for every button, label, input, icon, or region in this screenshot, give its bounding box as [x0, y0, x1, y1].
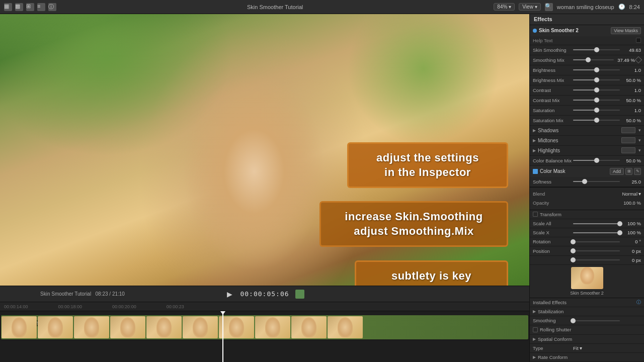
clip-title: Skin Smoother Tutorial: [40, 291, 91, 297]
video-track[interactable]: Skin Smoother Tutorial: [0, 315, 529, 340]
effects-header: Effects: [530, 14, 644, 25]
skin-smoothing-slider[interactable]: [573, 46, 620, 53]
smoothing-mix-slider[interactable]: [573, 56, 614, 63]
stabilization-row[interactable]: ▶ Stabilization: [530, 307, 644, 316]
softness-row: Softness 25.0: [530, 177, 644, 187]
grid-small-icon[interactable]: ▦: [4, 3, 12, 11]
saturation-mix-slider[interactable]: [573, 117, 620, 124]
overlay-box-1: adjust the settingsin the Inspector: [347, 142, 508, 188]
ruler-mark-2: 00:00:18:00: [58, 304, 83, 309]
skin-smoother-title: Skin Smoother 2: [539, 28, 609, 33]
softness-value: 25.0: [620, 179, 641, 185]
type-row: Type Fit ▾: [530, 344, 644, 353]
blend-mode-dropdown[interactable]: Normal ▾: [622, 191, 641, 197]
clip-position: 08:23 / 21:10: [96, 291, 125, 297]
scale-all-slider[interactable]: [573, 220, 620, 227]
brightness-mix-label: Brightness Mix: [533, 77, 573, 83]
saturation-mix-label: Saturation Mix: [533, 118, 573, 123]
highlights-expand[interactable]: ▶ Highlights ▾: [530, 146, 644, 156]
transform-checkbox[interactable]: [533, 212, 538, 217]
contrast-slider[interactable]: [573, 86, 620, 94]
timeline-area[interactable]: 00:00:14:00 00:00:18:00 00:00:20:00 00:0…: [0, 302, 529, 362]
search-icon[interactable]: 🔍: [545, 3, 553, 11]
saturation-slider[interactable]: [573, 107, 620, 114]
play-button[interactable]: ▶: [225, 290, 234, 299]
search-text: woman smiling closeup: [557, 4, 614, 10]
thumb-2: [38, 316, 73, 338]
ruler-mark-1: 00:00:14:00: [4, 304, 28, 309]
effects-title: Effects: [534, 16, 552, 22]
thumb-1: [2, 316, 37, 338]
skin-smoothing-row: Skin Smoothing 49.63: [530, 45, 644, 55]
ruler-mark-4: 00:00:23: [167, 304, 184, 309]
brightness-slider[interactable]: [573, 66, 620, 73]
rate-conform-label: Rate Conform: [538, 354, 568, 360]
smoothing-mix-row: Smoothing Mix 37.49 %: [530, 55, 644, 65]
info-icon[interactable]: ⓘ: [48, 3, 56, 11]
blend-chevron-icon: ▾: [638, 191, 641, 197]
installed-effects-link[interactable]: ⓘ: [636, 299, 641, 306]
timeline-ruler: 00:00:14:00 00:00:18:00 00:00:20:00 00:0…: [0, 302, 529, 311]
view-chevron-icon: ▾: [535, 4, 537, 10]
smoothing-param-row: Smoothing: [530, 316, 644, 325]
scale-all-label: Scale All: [533, 221, 573, 226]
rolling-shutter-checkbox[interactable]: [533, 327, 538, 332]
shadows-expand[interactable]: ▶ Shadows ▾: [530, 126, 644, 136]
grid-medium-icon[interactable]: ▩: [15, 3, 23, 11]
saturation-label: Saturation: [533, 108, 573, 113]
layout-icon[interactable]: ≡: [37, 3, 45, 11]
position-label: Position: [533, 248, 573, 254]
rotation-slider[interactable]: [573, 238, 620, 245]
opacity-value: 100.0 %: [623, 200, 641, 206]
smoothing-mix-keyframe[interactable]: [635, 56, 642, 63]
top-bar-left: ▦ ▩ ⊞ ≡ ⓘ: [4, 3, 56, 11]
shadows-color-swatch[interactable]: [621, 127, 635, 133]
scale-x-slider[interactable]: [573, 229, 620, 236]
video-preview[interactable]: adjust the settingsin the Inspector incr…: [0, 14, 529, 286]
main-layout: adjust the settingsin the Inspector incr…: [0, 14, 644, 362]
highlights-color-swatch[interactable]: [621, 147, 635, 153]
type-dropdown[interactable]: Fit ▾: [573, 345, 582, 351]
brightness-mix-row: Brightness Mix 50.0 %: [530, 75, 644, 85]
contrast-mix-slider[interactable]: [573, 97, 620, 104]
color-mask-icon-1[interactable]: ⊞: [625, 168, 632, 175]
active-indicator-dot: [533, 29, 537, 33]
zoom-control[interactable]: 84% ▾: [494, 3, 515, 11]
midtones-arrow-icon: ▾: [638, 138, 641, 143]
type-chevron-icon: ▾: [580, 345, 582, 351]
type-value: Fit: [573, 345, 579, 351]
contrast-label: Contrast: [533, 87, 573, 93]
timeline-tracks[interactable]: Skin Smoother Tutorial: [0, 311, 529, 362]
stabilization-label: Stabilization: [538, 309, 564, 314]
right-panel: Effects Skin Smoother 2 View Masks Help …: [529, 14, 644, 362]
color-mask-icon-2[interactable]: ✎: [634, 168, 641, 175]
highlights-arrow-icon: ▾: [638, 148, 641, 153]
grid-large-icon[interactable]: ⊞: [26, 3, 34, 11]
overlay-box-1-text: adjust the settingsin the Inspector: [359, 151, 497, 179]
view-masks-button[interactable]: View Masks: [611, 27, 641, 34]
brightness-mix-slider[interactable]: [573, 76, 620, 83]
shadows-arrow-icon: ▾: [638, 128, 641, 133]
overlay-box-2-text: increase Skin.Smoothingadjust Smoothing.…: [331, 210, 497, 238]
video-area: adjust the settingsin the Inspector incr…: [0, 14, 529, 362]
midtones-chevron-icon: ▶: [533, 138, 536, 143]
rolling-shutter-row: Rolling Shutter: [530, 325, 644, 334]
spatial-conform-row[interactable]: ▶ Spatial Conform: [530, 335, 644, 344]
playhead[interactable]: [222, 311, 223, 362]
brightness-value: 1.0: [620, 67, 641, 73]
skin-smoothing-value: 49.63: [620, 47, 641, 53]
midtones-expand[interactable]: ▶ Midtones ▾: [530, 136, 644, 146]
blend-mode-section: Blend Normal ▾ Opacity 100.0 %: [530, 188, 644, 210]
rate-conform-row[interactable]: ▶ Rate Conform: [530, 353, 644, 362]
color-balance-mix-slider[interactable]: [573, 157, 620, 164]
softness-slider[interactable]: [573, 178, 620, 185]
help-text-checkbox[interactable]: [636, 38, 641, 43]
view-button[interactable]: View ▾: [519, 3, 541, 11]
thumb-4: [110, 316, 145, 338]
opacity-label: Opacity: [533, 200, 549, 206]
color-mask-add-button[interactable]: Add: [610, 168, 624, 175]
skin-smoother-title-row[interactable]: Skin Smoother 2 View Masks: [530, 25, 644, 36]
midtones-color-swatch[interactable]: [621, 137, 635, 143]
thumb-10: [328, 316, 363, 338]
rotation-value: 0 °: [620, 239, 641, 244]
